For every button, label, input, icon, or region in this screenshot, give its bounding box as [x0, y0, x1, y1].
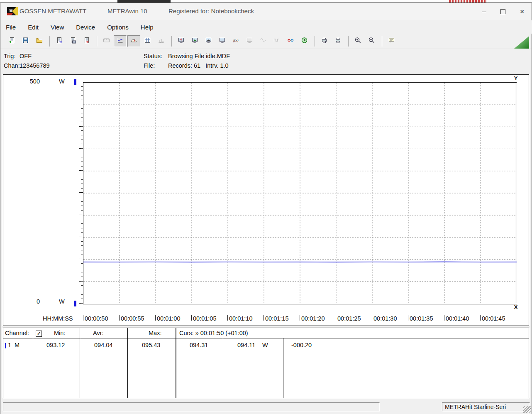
- status-label: Status:: [144, 53, 162, 60]
- start-recording-icon: [301, 37, 308, 45]
- data-table-button[interactable]: [141, 35, 154, 47]
- col-header-channel: Channel:: [5, 330, 29, 336]
- scale-settings-button[interactable]: [202, 35, 215, 47]
- resize-grip[interactable]: [523, 406, 531, 413]
- formula-icon: f(x): [232, 37, 239, 45]
- maximize-button[interactable]: [493, 3, 512, 20]
- save-file-button[interactable]: [19, 35, 32, 47]
- print-setup-button[interactable]: [332, 35, 344, 47]
- wave-low-button[interactable]: [257, 35, 270, 47]
- open-file-icon: [8, 37, 15, 45]
- pc-transfer-button[interactable]: [243, 35, 256, 47]
- yt-chart-icon: [117, 37, 124, 45]
- connected-device-name: METRAHit Starline-Seri: [445, 404, 506, 410]
- open-file-button[interactable]: [5, 35, 18, 47]
- menu-edit[interactable]: Edit: [23, 22, 43, 32]
- annotation-button[interactable]: [385, 35, 398, 47]
- start-recording-button[interactable]: [298, 35, 311, 47]
- snapshot-icon: [69, 37, 76, 45]
- menu-device[interactable]: Device: [71, 22, 100, 32]
- close-button[interactable]: ✕: [512, 3, 532, 20]
- cursor-handle-top[interactable]: Y: [513, 75, 519, 81]
- y-axis-max-label: 500: [19, 78, 40, 85]
- table-divider: [283, 338, 283, 398]
- table-header-divider: [3, 338, 529, 338]
- channel-visibility-checkbox[interactable]: ✓: [36, 331, 42, 337]
- toolbar-separator: [382, 36, 382, 47]
- x-tick-mark: [227, 315, 228, 321]
- zoom-out-icon: [368, 37, 375, 45]
- x-tick-mark: [264, 315, 264, 321]
- cursor-handle-bottom[interactable]: X: [513, 304, 519, 310]
- row-unit: W: [262, 342, 268, 348]
- table-divider: [127, 328, 128, 398]
- wave-high-icon: [273, 37, 281, 45]
- x-tick-mark: [191, 315, 192, 321]
- annotation-icon: [388, 37, 395, 45]
- menu-view[interactable]: View: [46, 22, 68, 32]
- minimize-icon: [482, 12, 486, 12]
- snapshot-button[interactable]: [66, 35, 79, 47]
- send-settings-button[interactable]: [175, 35, 188, 47]
- device-display-button[interactable]: [216, 35, 229, 47]
- row-cursor-a-value: 094.31: [190, 342, 208, 348]
- open-folder-button[interactable]: [33, 35, 46, 47]
- chart-panel: 500 W 0 W Y X HH:MM:SS 00:00:5000:00:550…: [3, 74, 529, 326]
- col-header-cursor: Curs: » 00:01:50 (+01:00): [179, 330, 248, 336]
- wave-high-button[interactable]: [271, 35, 283, 47]
- scale-settings-icon: [205, 37, 212, 45]
- import-file-button[interactable]: [80, 35, 93, 47]
- zoom-in-icon: [354, 37, 361, 45]
- cursor-line[interactable]: [515, 82, 517, 304]
- x-tick-mark: [480, 315, 481, 321]
- minimize-button[interactable]: [474, 3, 493, 20]
- trigger-link-button[interactable]: [284, 35, 297, 47]
- menu-file[interactable]: File: [1, 22, 20, 32]
- maximize-icon: [500, 9, 505, 14]
- toolbar-separator: [49, 36, 50, 47]
- titlebar-company: GOSSEN METRAWATT: [20, 7, 86, 15]
- print-icon: [321, 37, 328, 45]
- export-file-button[interactable]: [53, 35, 66, 47]
- save-file-icon: [22, 37, 29, 45]
- y-axis-min-label: 0: [19, 298, 40, 305]
- wave-low-icon: [260, 37, 267, 45]
- channel1-axis-marker-bottom[interactable]: [74, 301, 76, 306]
- yt-chart-button[interactable]: [114, 35, 127, 47]
- status-value: Browsing File idle.MDF: [168, 53, 230, 60]
- x-tick-mark: [336, 315, 336, 321]
- send-settings-icon: [178, 37, 185, 45]
- statusbar: METRAHit Starline-Seri: [0, 400, 532, 414]
- x-tick-mark: [444, 315, 444, 321]
- histogram-button[interactable]: [155, 35, 168, 47]
- menu-options[interactable]: Options: [102, 22, 133, 32]
- zoom-in-button[interactable]: [351, 35, 364, 47]
- chan-label: Chan:: [4, 62, 20, 70]
- numeric-display-button[interactable]: [100, 35, 113, 47]
- x-tick-mark: [372, 315, 372, 321]
- channel1-color-bar: [5, 343, 6, 348]
- x-tick-label: 00:01:30: [373, 315, 397, 322]
- x-axis-ticks: 00:00:5000:00:5500:01:0000:01:0500:01:10…: [83, 314, 527, 323]
- row-avr-value: 094.04: [94, 342, 112, 348]
- zoom-out-button[interactable]: [365, 35, 378, 47]
- analog-meter-button[interactable]: [127, 35, 140, 47]
- menubar: FileEditViewDeviceOptionsHelp: [0, 20, 532, 34]
- trig-label: Trig:: [4, 53, 15, 60]
- formula-button[interactable]: f(x): [229, 35, 242, 47]
- menu-help[interactable]: Help: [136, 22, 158, 32]
- trigger-link-icon: [287, 37, 294, 45]
- print-button[interactable]: [318, 35, 331, 47]
- print-setup-icon: [334, 37, 342, 45]
- read-settings-button[interactable]: [188, 35, 201, 47]
- x-tick-mark: [155, 315, 156, 321]
- titlebar-app-name: METRAwin 10: [107, 7, 147, 15]
- titlebar-registered: Registered for: Notebookcheck: [168, 7, 254, 15]
- data-table-icon: [144, 37, 151, 45]
- channel1-axis-marker-top[interactable]: [74, 79, 76, 85]
- x-tick-label: 00:00:55: [121, 315, 144, 322]
- row-min-value: 093.12: [46, 342, 65, 348]
- statusbar-message-panel: [3, 402, 380, 412]
- statusbar-device-panel: METRAHit Starline-Seri: [442, 402, 530, 412]
- read-settings-icon: [191, 37, 198, 45]
